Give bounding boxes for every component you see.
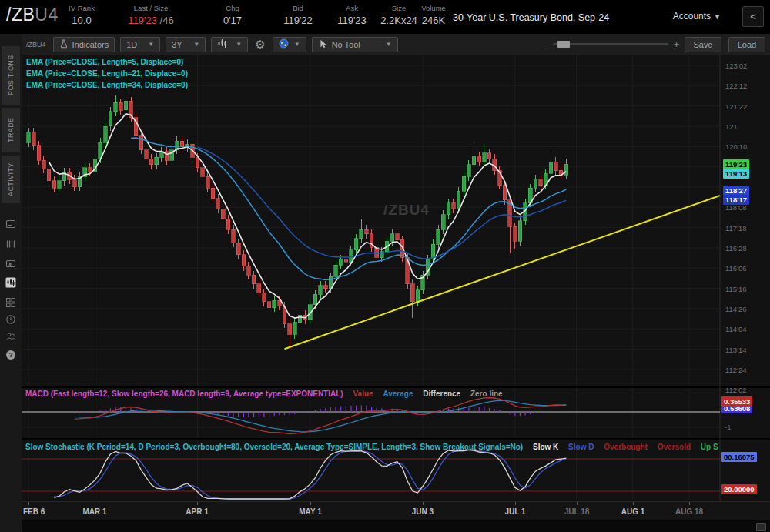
zoom-out-button[interactable]: - (544, 39, 547, 50)
field-size: Size 2.2Kx24 (379, 4, 419, 26)
zoom-slider[interactable] (553, 43, 668, 45)
symbol-root: /ZB (6, 5, 35, 25)
chart-watermark: /ZBU4 (383, 202, 430, 218)
instrument-description: 30-Year U.S. Treasury Bond, Sep-24 (453, 12, 609, 23)
load-button[interactable]: Load (728, 37, 765, 52)
quote-header: /ZBU4 IV Rank 10.0 Last / Size 119'23 /4… (0, 0, 770, 34)
time-axis-label: MAY 1 (293, 507, 327, 516)
indicators-button[interactable]: Indicators (53, 37, 116, 52)
field-chg: Chg 0'17 (214, 4, 251, 26)
time-axis-label: AUG 18 (672, 507, 706, 516)
time-axis-tick (423, 502, 424, 505)
zoom-in-button[interactable]: + (674, 39, 679, 50)
time-axis-label: AUG 1 (616, 507, 650, 516)
trading-app: /ZBU4 IV Rank 10.0 Last / Size 119'23 /4… (0, 0, 770, 532)
macd-axis-label: -1 (725, 423, 731, 431)
flask-icon (59, 39, 69, 50)
chart-region: /ZBU4 EMA (Price=CLOSE, Length=5, Displa… (22, 55, 770, 532)
time-axis-label: JUN 3 (406, 507, 440, 516)
accounts-dropdown[interactable]: Accounts▼ (673, 11, 721, 22)
zoom-slider-thumb[interactable] (557, 41, 570, 48)
bottom-strip (22, 520, 770, 532)
chevron-down-icon: ▼ (386, 41, 392, 48)
collapse-panel-button[interactable]: < (742, 6, 764, 27)
field-bid: Bid 119'22 (277, 4, 319, 26)
time-axis-label: JUL 1 (498, 507, 532, 516)
corner-grid-icon[interactable] (756, 523, 766, 531)
toolbar-symbol-label: /ZBU4 (26, 41, 46, 49)
notes-icon[interactable] (5, 219, 16, 229)
svg-text:?: ? (8, 351, 12, 359)
globe-icon (279, 38, 289, 50)
stoch-oversold-badge: 20.00000 (721, 484, 757, 494)
field-iv-rank: IV Rank 10.0 (65, 4, 99, 26)
cursor-icon (318, 39, 327, 50)
time-axis-tick (95, 502, 95, 505)
chevron-down-icon: ▼ (148, 41, 154, 48)
field-volume: Volume 246K (416, 4, 451, 26)
history-icon[interactable] (5, 314, 16, 325)
aggregation-dropdown[interactable]: 1D▼ (120, 37, 160, 52)
time-axis-tick (689, 502, 690, 505)
time-axis-label: FEB 6 (23, 507, 57, 516)
candlestick-icon (217, 38, 227, 50)
symbol-title: /ZBU4 (6, 5, 59, 25)
globe-dropdown[interactable]: ▼ (273, 37, 306, 52)
time-axis-label: MAR 1 (78, 507, 112, 516)
symbol-suffix: U4 (35, 5, 58, 25)
time-axis-tick (633, 502, 634, 505)
help-icon[interactable]: ? (5, 350, 16, 360)
left-sidebar: POSITIONS TRADE ACTIVITY ? (0, 34, 22, 532)
drawing-tool-dropdown[interactable]: No Tool ▼ (312, 37, 398, 52)
time-axis-tick (28, 502, 29, 505)
chart-toolbar: /ZBU4 Indicators 1D▼ 3Y▼ ▼ ⚙ ▼ No Tool ▼… (22, 34, 770, 55)
monitor-icon[interactable] (5, 259, 16, 269)
ladder-icon[interactable] (5, 239, 16, 249)
sidebar-tab-activity[interactable]: ACTIVITY (2, 156, 20, 203)
macd-value-badge: 0.35533 (721, 396, 752, 407)
gear-icon[interactable]: ⚙ (253, 37, 266, 52)
sidebar-tab-trade[interactable]: TRADE (2, 108, 20, 152)
field-last-size: Last / Size 119'23 /46 (114, 4, 188, 26)
chevron-down-icon: ▼ (714, 13, 721, 21)
range-dropdown[interactable]: 3Y▼ (166, 37, 206, 52)
time-axis[interactable]: FEB 6MAR 1APR 1MAY 1JUN 3JUL 1JUL 18AUG … (22, 501, 770, 520)
chart-icon[interactable] (5, 277, 16, 288)
time-axis-label: APR 1 (180, 507, 214, 516)
time-axis-label: JUL 18 (560, 507, 594, 516)
time-axis-tick (515, 502, 516, 505)
save-button[interactable]: Save (685, 37, 721, 52)
time-axis-tick (310, 502, 311, 505)
grid-icon[interactable] (5, 297, 16, 308)
time-axis-tick (197, 502, 198, 505)
chevron-down-icon: ▼ (193, 41, 199, 48)
chevron-down-icon: ▼ (236, 41, 242, 48)
main-chart-svg[interactable]: /ZBU4 (22, 55, 770, 501)
community-icon[interactable] (5, 331, 16, 342)
field-ask: Ask 119'23 (331, 4, 373, 26)
time-axis-tick (577, 502, 578, 505)
stoch-slowd-badge: 80.16075 (721, 452, 757, 462)
sidebar-tab-positions[interactable]: POSITIONS (2, 46, 20, 105)
chart-type-dropdown[interactable]: ▼ (211, 37, 248, 52)
chevron-down-icon: ▼ (294, 41, 300, 48)
